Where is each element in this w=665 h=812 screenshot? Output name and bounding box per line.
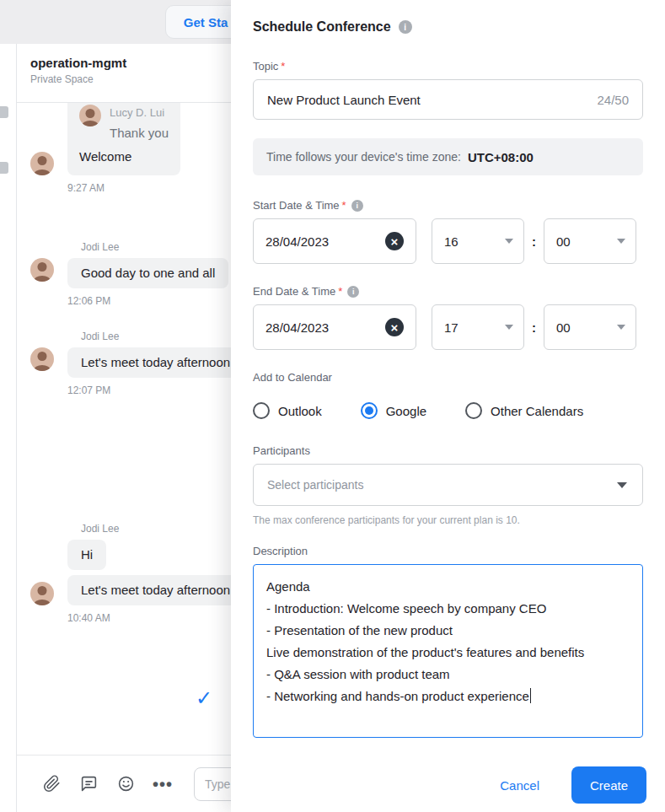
end-hour-value: 17	[444, 320, 459, 335]
message-text: Good day to one and all	[81, 266, 215, 280]
schedule-conference-dialog: Schedule Conference i Topic* New Product…	[231, 0, 665, 812]
message-text: Let's meet today afternoon	[81, 583, 230, 597]
participants-note: The max conference participants for your…	[253, 514, 643, 526]
avatar[interactable]	[30, 258, 54, 282]
info-icon[interactable]: i	[347, 286, 359, 298]
topic-label: Topic	[253, 60, 278, 73]
end-date-value: 28/04/2023	[265, 320, 329, 335]
char-counter: 24/50	[597, 93, 629, 107]
timezone-text: Time follows your device's time zone:	[266, 150, 461, 164]
rail-icon-fragment[interactable]	[0, 162, 8, 174]
end-date-input[interactable]: 28/04/2023 ×	[253, 304, 416, 350]
start-minute-select[interactable]: 00	[544, 218, 636, 264]
time-separator: :	[532, 234, 536, 249]
dialog-footer: Cancel Create	[231, 758, 665, 812]
end-minute-value: 00	[556, 320, 571, 335]
timezone-value: UTC+08:00	[468, 150, 534, 164]
chevron-down-icon	[617, 239, 625, 244]
start-date-input[interactable]: 28/04/2023 ×	[253, 218, 416, 264]
topic-value: New Product Launch Event	[267, 93, 421, 107]
description-text: Agenda - Introduction: Welcome speech by…	[266, 579, 584, 703]
info-icon[interactable]: i	[399, 20, 412, 34]
message-bubble[interactable]: Hi	[67, 540, 106, 570]
calendar-label: Add to Calendar	[253, 371, 332, 384]
message-note-icon[interactable]	[79, 775, 98, 793]
avatar[interactable]	[30, 347, 54, 371]
radio-other-calendars[interactable]: Other Calendars	[465, 402, 583, 419]
radio-icon	[465, 402, 482, 419]
end-hour-select[interactable]: 17	[432, 304, 524, 350]
message-text: Hi	[81, 547, 93, 562]
start-minute-value: 00	[556, 234, 571, 249]
message-bubble[interactable]: Let's meet today afternoon	[67, 347, 244, 378]
app-screen: Get Sta operation-mgmt Private Space Luc…	[0, 0, 665, 812]
quoted-message-text: Thank you	[110, 125, 169, 142]
chevron-down-icon	[505, 325, 513, 330]
end-datetime-label: End Date & Time	[253, 285, 335, 298]
dialog-title: Schedule Conference	[253, 19, 391, 35]
topic-input[interactable]: New Product Launch Event 24/50	[253, 79, 643, 120]
chevron-down-icon	[505, 239, 513, 244]
radio-icon-selected	[361, 402, 378, 419]
clear-date-icon[interactable]: ×	[385, 318, 404, 336]
description-textarea[interactable]: Agenda - Introduction: Welcome speech by…	[253, 564, 643, 738]
avatar	[79, 105, 101, 126]
left-rail	[0, 44, 17, 812]
attachment-icon[interactable]	[42, 775, 61, 793]
radio-outlook[interactable]: Outlook	[253, 402, 322, 419]
message-text: Welcome	[79, 148, 169, 165]
start-hour-select[interactable]: 16	[432, 218, 524, 264]
emoji-icon[interactable]	[116, 775, 135, 793]
clear-date-icon[interactable]: ×	[385, 232, 404, 250]
quoted-sender-name: Lucy D. Lui	[110, 105, 169, 121]
radio-google[interactable]: Google	[361, 402, 426, 419]
message-bubble[interactable]: Let's meet today afternoon	[67, 575, 244, 605]
avatar[interactable]	[30, 582, 54, 605]
message-bubble[interactable]: Lucy D. Lui Thank you Welcome	[67, 103, 180, 175]
participants-placeholder: Select participants	[267, 478, 363, 492]
chevron-down-icon	[617, 482, 627, 488]
message-text: Let's meet today afternoon	[81, 355, 230, 369]
create-button[interactable]: Create	[571, 766, 646, 804]
participants-label: Participants	[253, 444, 310, 457]
start-date-value: 28/04/2023	[265, 234, 329, 249]
cancel-button[interactable]: Cancel	[500, 778, 539, 793]
info-icon[interactable]: i	[351, 200, 363, 212]
timezone-note: Time follows your device's time zone: UT…	[253, 138, 643, 175]
start-datetime-label: Start Date & Time	[253, 199, 340, 212]
topic-label-row: Topic*	[253, 60, 643, 73]
text-caret	[530, 688, 532, 703]
radio-icon	[253, 402, 270, 419]
description-label: Description	[253, 545, 308, 557]
rail-icon-fragment[interactable]	[0, 106, 8, 118]
message-bubble[interactable]: Good day to one and all	[67, 258, 228, 288]
quoted-message: Lucy D. Lui Thank you	[79, 105, 169, 142]
time-separator: :	[532, 320, 536, 335]
read-check-icon: ✓	[196, 686, 212, 710]
more-icon[interactable]: •••	[153, 775, 172, 793]
participants-select[interactable]: Select participants	[253, 464, 643, 506]
end-minute-select[interactable]: 00	[544, 304, 636, 350]
start-hour-value: 16	[444, 234, 459, 249]
chevron-down-icon	[617, 325, 625, 330]
avatar[interactable]	[30, 152, 54, 175]
